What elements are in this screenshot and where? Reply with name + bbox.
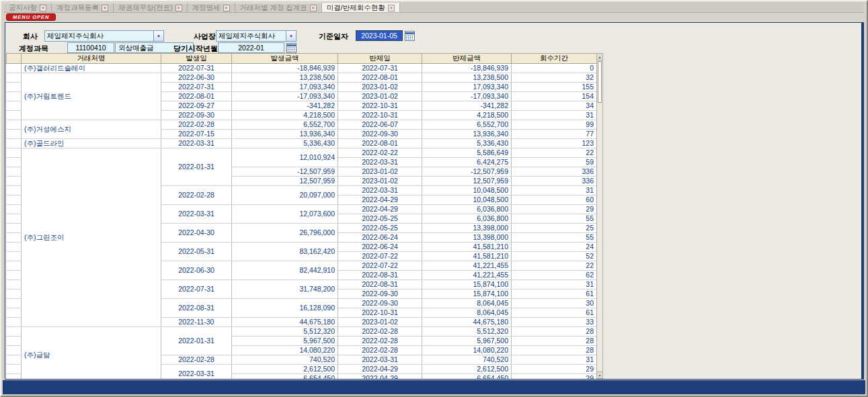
occur-date-cell[interactable]: 2022-01-31	[161, 148, 232, 186]
settle-amount-cell[interactable]: -18,846,939	[422, 64, 512, 73]
row-gutter-cell[interactable]	[7, 205, 22, 214]
period-cell[interactable]: 99	[512, 120, 597, 130]
settle-amount-cell[interactable]: -12,507,959	[422, 167, 512, 177]
period-cell[interactable]: 34	[512, 101, 597, 111]
tab-close-icon[interactable]: ×	[223, 5, 230, 11]
settle-date-cell[interactable]: 2022-09-30	[338, 290, 422, 299]
period-cell[interactable]: 24	[512, 242, 597, 252]
occur-date-cell[interactable]: 2022-06-30	[161, 73, 232, 83]
settle-amount-cell[interactable]: 10,048,500	[422, 186, 512, 195]
period-cell[interactable]: 28	[512, 327, 597, 337]
base-date-input[interactable]	[356, 30, 403, 41]
row-gutter-cell[interactable]	[7, 318, 22, 327]
settle-amount-cell[interactable]: 6,036,800	[422, 205, 512, 214]
customer-cell[interactable]: (주)그린조이	[22, 148, 161, 327]
row-gutter-cell[interactable]	[7, 271, 22, 280]
occur-date-cell[interactable]: 2022-07-31	[161, 83, 232, 92]
scroll-up-icon[interactable]: ▲	[597, 54, 602, 60]
occur-amount-cell[interactable]: 82,442,910	[232, 261, 338, 280]
tab-close-icon[interactable]: ×	[388, 5, 395, 11]
settle-amount-cell[interactable]: 12,507,959	[422, 177, 512, 186]
occur-amount-cell[interactable]: 13,936,340	[232, 130, 338, 139]
settle-amount-cell[interactable]: 5,512,320	[422, 327, 512, 337]
tab-close-icon[interactable]: ×	[40, 5, 46, 11]
chevron-down-icon[interactable]: ▼	[153, 31, 163, 41]
period-cell[interactable]: 336	[512, 167, 597, 177]
row-gutter-cell[interactable]	[7, 355, 22, 365]
settle-date-cell[interactable]: 2022-08-01	[338, 73, 422, 83]
settle-amount-cell[interactable]: 13,398,000	[422, 224, 512, 233]
settle-date-cell[interactable]: 2022-10-31	[338, 101, 422, 111]
row-gutter-cell[interactable]	[7, 224, 22, 233]
settle-amount-cell[interactable]: 4,218,500	[422, 111, 512, 120]
period-cell[interactable]: 29	[512, 365, 597, 374]
occur-date-cell[interactable]: 2022-09-30	[161, 111, 232, 120]
period-cell[interactable]: 29	[512, 374, 597, 380]
settle-date-cell[interactable]: 2022-02-28	[338, 337, 422, 346]
settle-date-cell[interactable]: 2022-03-31	[338, 158, 422, 167]
settle-amount-cell[interactable]: 17,093,340	[422, 83, 512, 92]
settle-date-cell[interactable]: 2022-07-22	[338, 252, 422, 261]
row-gutter-cell[interactable]	[7, 139, 22, 148]
occur-amount-cell[interactable]: 6,552,700	[232, 120, 338, 130]
occur-amount-cell[interactable]: 13,238,500	[232, 73, 338, 83]
tab-5[interactable]: 거래처별 계정 집계표×	[235, 3, 322, 12]
occur-amount-cell[interactable]: 2,612,500	[232, 365, 338, 374]
settle-amount-cell[interactable]: 2,612,500	[422, 365, 512, 374]
row-gutter-cell[interactable]	[7, 167, 22, 177]
row-gutter-cell[interactable]	[7, 186, 22, 195]
period-cell[interactable]: 22	[512, 148, 597, 158]
row-gutter-cell[interactable]	[7, 111, 22, 120]
settle-amount-cell[interactable]: 5,967,500	[422, 337, 512, 346]
row-gutter-cell[interactable]	[7, 261, 22, 271]
settle-amount-cell[interactable]: 41,581,210	[422, 242, 512, 252]
occur-amount-cell[interactable]: 5,967,500	[232, 337, 338, 346]
calendar-icon[interactable]	[405, 31, 415, 41]
period-cell[interactable]: 55	[512, 233, 597, 242]
settle-date-cell[interactable]: 2022-02-28	[338, 346, 422, 355]
company-select[interactable]: 제일제지주식회사 ▼	[44, 30, 164, 42]
occur-amount-cell[interactable]: 12,010,924	[232, 148, 338, 167]
occur-date-cell[interactable]: 2022-11-30	[161, 318, 232, 327]
settle-amount-cell[interactable]: 13,238,500	[422, 73, 512, 83]
occur-date-cell[interactable]: 2022-02-28	[161, 355, 232, 365]
settle-amount-cell[interactable]: 740,520	[422, 355, 512, 365]
settle-date-cell[interactable]: 2022-06-24	[338, 233, 422, 242]
occur-amount-cell[interactable]: -17,093,340	[232, 92, 338, 101]
customer-cell[interactable]: (주)금담	[22, 327, 161, 380]
scroll-down-icon[interactable]: ▼	[597, 371, 602, 378]
occur-amount-cell[interactable]: -341,282	[232, 101, 338, 111]
settle-amount-cell[interactable]: 6,552,700	[422, 120, 512, 130]
settle-amount-cell[interactable]: 5,336,430	[422, 139, 512, 148]
period-cell[interactable]: 155	[512, 83, 597, 92]
menu-open-button[interactable]: MENU OPEN	[6, 13, 56, 21]
period-cell[interactable]: 55	[512, 214, 597, 224]
tab-3[interactable]: 채권채무장(전표)×	[114, 3, 188, 12]
settle-date-cell[interactable]: 2022-03-31	[338, 355, 422, 365]
period-cell[interactable]: 32	[512, 73, 597, 83]
row-gutter-cell[interactable]	[7, 242, 22, 252]
row-gutter-cell[interactable]	[7, 308, 22, 318]
period-start-field[interactable]: 2022-01	[218, 42, 284, 53]
occur-date-cell[interactable]: 2022-02-28	[161, 120, 232, 130]
row-gutter-cell[interactable]	[7, 327, 22, 337]
settle-date-cell[interactable]: 2023-01-02	[338, 92, 422, 101]
row-gutter-cell[interactable]	[7, 290, 22, 299]
occur-date-cell[interactable]: 2022-06-30	[161, 261, 232, 280]
row-gutter-cell[interactable]	[7, 299, 22, 308]
row-gutter-cell[interactable]	[7, 233, 22, 242]
customer-cell[interactable]: (주)거성에스지	[22, 120, 161, 139]
row-gutter-cell[interactable]	[7, 158, 22, 167]
row-gutter-cell[interactable]	[7, 101, 22, 111]
row-gutter-cell[interactable]	[7, 195, 22, 205]
row-gutter-cell[interactable]	[7, 148, 22, 158]
tab-6[interactable]: 미결/반제회수현황×	[322, 3, 400, 12]
period-cell[interactable]: 31	[512, 355, 597, 365]
period-cell[interactable]: 123	[512, 139, 597, 148]
settle-date-cell[interactable]: 2023-01-02	[338, 83, 422, 92]
settle-amount-cell[interactable]: 8,064,045	[422, 299, 512, 308]
settle-date-cell[interactable]: 2022-09-30	[338, 130, 422, 139]
period-cell[interactable]: 62	[512, 271, 597, 280]
occur-amount-cell[interactable]: 740,520	[232, 355, 338, 365]
settle-date-cell[interactable]: 2022-06-07	[338, 120, 422, 130]
